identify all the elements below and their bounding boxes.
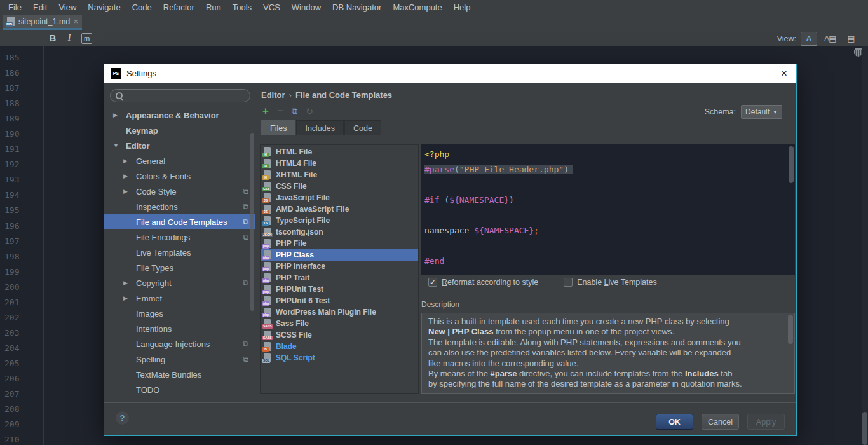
template-editor[interactable]: <?php#parse("PHP File Header.php")#if ($… [421, 144, 795, 275]
tab-files[interactable]: Files [261, 120, 295, 135]
tree-item-code-style[interactable]: ▶Code Style⧉ [104, 184, 255, 199]
template-item-blade[interactable]: BBlade [261, 341, 418, 352]
close-dialog-icon[interactable]: × [781, 68, 787, 79]
template-item-tsconfig-json[interactable]: JSONtsconfig.json [261, 226, 418, 238]
template-item-amd-javascript-file[interactable]: JSAMD JavaScript File [261, 203, 418, 215]
checkbox-enable-live-templates[interactable]: Enable Live Templates [564, 278, 657, 287]
tab-sitepoint-1-md[interactable]: MD sitepoint_1.md × [3, 15, 82, 30]
chevron-expanded-icon[interactable]: ▼ [113, 142, 126, 149]
chevron-collapsed-icon[interactable]: ▶ [123, 188, 136, 195]
copy-template-button[interactable]: ⧉ [292, 106, 297, 116]
chevron-collapsed-icon[interactable]: ▶ [123, 295, 136, 301]
monospace-button[interactable]: m [81, 33, 92, 44]
chevron-collapsed-icon[interactable]: ▶ [123, 280, 136, 286]
menu-item-file[interactable]: File [3, 1, 27, 13]
menu-item-vcs[interactable]: VCS [257, 1, 286, 13]
menu-item-view[interactable]: View [53, 1, 82, 13]
menu-item-edit[interactable]: Edit [27, 1, 53, 13]
tree-item-live-templates[interactable]: Live Templates [104, 245, 255, 260]
checkbox-reformat-according-to-style[interactable]: ✓Reformat according to style [428, 278, 538, 287]
tab-includes[interactable]: Includes [296, 120, 344, 135]
code-line: #parse("PHP File Header.php") [424, 162, 795, 177]
template-item-xhtml-file[interactable]: HXHTML File [261, 169, 418, 181]
template-item-phpunit-test[interactable]: phpPHPUnit Test [261, 284, 418, 295]
schema-dropdown[interactable]: Default ▼ [741, 105, 782, 119]
chevron-collapsed-icon[interactable]: ▶ [123, 173, 136, 179]
tree-scrollbar-thumb[interactable] [250, 133, 254, 311]
tree-item-inspections[interactable]: Inspections⧉ [104, 199, 255, 214]
template-item-php-class[interactable]: phpPHP Class [261, 249, 418, 261]
tree-item-copyright[interactable]: ▶Copyright⧉ [104, 275, 255, 291]
preview-only-view-button[interactable]: ▤ [843, 32, 859, 46]
template-item-css-file[interactable]: CSSCSS File [261, 181, 418, 192]
template-item-php-trait[interactable]: phpPHP Trait [261, 272, 418, 284]
remove-template-button[interactable]: − [277, 105, 283, 118]
split-view-button[interactable]: A▤ [822, 32, 838, 46]
file-icon: H [264, 159, 271, 168]
cancel-button[interactable]: Cancel [702, 414, 739, 430]
close-tab-icon[interactable]: × [73, 17, 78, 26]
template-item-sass-file[interactable]: SASSSass File [261, 318, 418, 329]
panel-separator [255, 83, 255, 402]
tree-item-general[interactable]: ▶General [104, 153, 255, 168]
tree-item-colors-fonts[interactable]: ▶Colors & Fonts [104, 168, 255, 184]
template-item-html-file[interactable]: HHTML File [261, 146, 418, 158]
template-item-label: CSS File [276, 182, 307, 191]
menu-item-navigate[interactable]: Navigate [82, 1, 126, 13]
menu-item-db-navigator[interactable]: DB Navigator [327, 1, 387, 13]
add-template-button[interactable]: + [262, 105, 269, 118]
settings-search[interactable] [110, 89, 250, 102]
checkbox-checked-icon[interactable]: ✓ [428, 278, 437, 287]
dialog-title-bar[interactable]: PS Settings × [104, 64, 796, 83]
checkbox-unchecked-icon[interactable] [564, 278, 573, 287]
tree-item-label: General [136, 156, 165, 166]
tab-code[interactable]: Code [344, 120, 381, 135]
template-item-sql-script[interactable]: SQLSQL Script [261, 352, 418, 364]
editor-only-view-button[interactable]: A [801, 32, 817, 46]
template-item-javascript-file[interactable]: JSJavaScript File [261, 192, 418, 203]
bold-button[interactable]: B [48, 33, 57, 43]
template-item-php-interface[interactable]: phpPHP Interface [261, 261, 418, 272]
menu-item-help[interactable]: Help [448, 1, 477, 13]
editor-scrollbar-track[interactable] [862, 46, 868, 445]
line-number: 192 [0, 157, 38, 172]
template-item-typescript-file[interactable]: TSTypeScript File [261, 215, 418, 226]
template-item-php-file[interactable]: phpPHP File [261, 238, 418, 249]
menu-item-code[interactable]: Code [126, 1, 158, 13]
tree-item-intentions[interactable]: Intentions [104, 321, 255, 336]
ok-button[interactable]: OK [656, 414, 693, 430]
menu-item-refactor[interactable]: Refactor [158, 1, 200, 13]
tree-item-todo[interactable]: TODO [104, 382, 255, 397]
template-item-phpunit-6-test[interactable]: phpPHPUnit 6 Test [261, 295, 418, 306]
chevron-collapsed-icon[interactable]: ▶ [113, 112, 126, 118]
tree-item-spelling[interactable]: Spelling⧉ [104, 352, 255, 367]
template-item-scss-file[interactable]: SASSSCSS File [261, 329, 418, 341]
tree-item-emmet[interactable]: ▶Emmet [104, 291, 255, 306]
view-label: View: [777, 34, 796, 43]
reset-template-button[interactable]: ↻ [306, 106, 313, 116]
menu-item-tools[interactable]: Tools [227, 1, 257, 13]
tree-item-textmate-bundles[interactable]: TextMate Bundles [104, 367, 255, 382]
tree-item-editor[interactable]: ▼Editor [104, 138, 255, 153]
menu-item-run[interactable]: Run [200, 1, 227, 13]
help-button[interactable]: ? [115, 411, 130, 425]
tree-item-file-types[interactable]: File Types [104, 260, 255, 275]
template-item-wordpress-main-plugin-file[interactable]: phpWordPress Main Plugin File [261, 306, 418, 318]
apply-button[interactable]: Apply [747, 414, 785, 430]
tree-item-language-injections[interactable]: Language Injections⧉ [104, 336, 255, 352]
tree-item-appearance-behavior[interactable]: ▶Appearance & Behavior [104, 107, 255, 123]
template-item-html4-file[interactable]: HHTML4 File [261, 158, 418, 169]
menu-item-window[interactable]: Window [286, 1, 327, 13]
file-type-badge: SASS [262, 324, 273, 329]
tree-item-keymap[interactable]: Keymap [104, 123, 255, 138]
tree-item-images[interactable]: Images [104, 306, 255, 321]
chevron-collapsed-icon[interactable]: ▶ [123, 158, 136, 164]
tree-item-file-encodings[interactable]: File Encodings⧉ [104, 229, 255, 245]
settings-search-input[interactable] [126, 91, 237, 101]
template-editor-scrollbar-thumb[interactable] [789, 146, 794, 183]
menu-item-maxcompute[interactable]: MaxCompute [387, 1, 447, 13]
italic-button[interactable]: I [65, 33, 74, 43]
editor-scrollbar-thumb[interactable] [862, 412, 867, 445]
tree-item-file-and-code-templates[interactable]: File and Code Templates⧉ [104, 214, 255, 229]
description-scrollbar-thumb[interactable] [788, 315, 793, 344]
